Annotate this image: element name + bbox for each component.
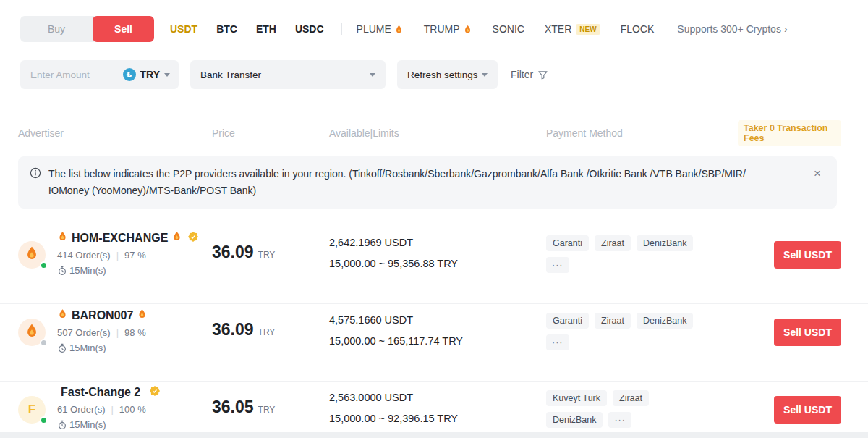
- tab-label: FLOCK: [621, 23, 655, 35]
- column-header-available-limits: Available|Limits: [329, 127, 546, 139]
- tab-plume[interactable]: PLUME: [357, 23, 404, 35]
- advertiser-cell: HOM-EXCHANGE 414 Order(s) | 97 %: [18, 227, 212, 276]
- supports-more-cryptos-link[interactable]: Supports 300+ Cryptos ›: [677, 23, 787, 35]
- payment-method-select[interactable]: Bank Transfer: [190, 60, 386, 89]
- fire-icon: [171, 231, 182, 245]
- offer-row: BARON007 507 Order(s) | 98 % 15Min(: [0, 304, 868, 382]
- fire-icon: [394, 25, 404, 34]
- payment-methods-cell: GarantiZiraatDenizBank···: [546, 227, 738, 273]
- tab-xter[interactable]: XTERNEW: [545, 23, 600, 35]
- sell-usdt-button[interactable]: Sell USDT: [774, 241, 841, 269]
- online-status-dot: [40, 339, 48, 347]
- filter-label: Filter: [511, 69, 533, 80]
- payment-method-value: Bank Transfer: [200, 70, 261, 80]
- fire-icon: [463, 25, 472, 34]
- tab-flock[interactable]: FLOCK: [621, 23, 655, 35]
- release-time-text: 15Min(s): [69, 419, 106, 430]
- advertiser-name-text: HOM-EXCHANGE: [72, 232, 168, 245]
- coin-tabs: USDTBTCETHUSDC: [170, 23, 324, 35]
- payment-methods-cell: GarantiZiraatDenizBank···: [546, 304, 738, 350]
- advertiser-avatar[interactable]: [18, 241, 46, 269]
- action-cell: Sell USDT: [738, 304, 841, 346]
- available-limits-cell: 4,575.1660 USDT 15,000.00 ~ 165,117.74 T…: [329, 304, 546, 347]
- region-providers-notice: The list below indicates the P2P provide…: [18, 156, 837, 209]
- refresh-settings-label: Refresh settings: [407, 70, 478, 80]
- advertiser-avatar[interactable]: [18, 319, 46, 346]
- chevron-down-icon: [370, 73, 375, 77]
- tab-btc[interactable]: BTC: [216, 23, 237, 35]
- payment-method-chip: Ziraat: [595, 313, 631, 329]
- tab-trump[interactable]: TRUMP: [424, 23, 472, 35]
- release-time-text: 15Min(s): [69, 265, 106, 276]
- price-currency: TRY: [258, 327, 276, 337]
- payment-method-chip: Garanti: [546, 313, 589, 329]
- new-badge: NEW: [576, 24, 600, 35]
- sell-tab[interactable]: Sell: [93, 16, 154, 42]
- tab-usdt[interactable]: USDT: [170, 23, 197, 35]
- payment-method-chip: Ziraat: [595, 235, 631, 251]
- tab-eth[interactable]: ETH: [256, 23, 276, 35]
- release-time-text: 15Min(s): [69, 342, 106, 353]
- advertiser-stats: 507 Order(s) | 98 %: [57, 327, 151, 338]
- fire-icon: [57, 231, 68, 245]
- avatar-graphic: F: [28, 403, 35, 417]
- fire-icon: [137, 308, 148, 319]
- fire-icon: [57, 308, 68, 319]
- order-count: 414 Order(s): [57, 250, 111, 261]
- fire-icon: [57, 308, 68, 322]
- price-cell: 36.09 TRY: [212, 304, 329, 340]
- action-cell: Sell USDT: [738, 227, 841, 269]
- sell-usdt-button[interactable]: Sell USDT: [774, 396, 841, 424]
- price-value: 36.09: [212, 243, 254, 262]
- table-header: Advertiser Price Available|Limits Paymen…: [0, 109, 868, 156]
- tab-divider: [341, 23, 342, 35]
- tab-label: PLUME: [357, 23, 391, 35]
- tab-label: XTER: [545, 23, 571, 35]
- tab-sonic[interactable]: SONIC: [493, 23, 524, 35]
- fire-icon: [24, 245, 40, 261]
- advertiser-name[interactable]: BARON007: [57, 308, 151, 322]
- payment-chips: Kuveyt TurkZiraatDenizBank···: [546, 390, 694, 428]
- available-limits-cell: 2,642.1969 USDT 15,000.00 ~ 95,356.88 TR…: [329, 227, 546, 269]
- chevron-right-icon: ›: [784, 23, 788, 35]
- payment-method-chip: DenizBank: [637, 313, 693, 329]
- tab-label: SONIC: [493, 23, 524, 35]
- close-icon[interactable]: ×: [811, 166, 824, 181]
- stats-divider: |: [116, 250, 119, 261]
- completion-rate: 100 %: [119, 404, 146, 415]
- more-payment-methods-chip[interactable]: ···: [546, 257, 569, 273]
- completion-rate: 98 %: [124, 327, 146, 338]
- tab-usdc[interactable]: USDC: [295, 23, 324, 35]
- payment-chips: GarantiZiraatDenizBank···: [546, 313, 694, 350]
- payment-method-chip: Kuveyt Turk: [546, 390, 607, 406]
- available-amount: 2,563.0000 USDT: [329, 392, 546, 403]
- more-payment-methods-chip[interactable]: ···: [546, 334, 569, 350]
- advertiser-name[interactable]: Fast-Change 2: [57, 386, 160, 399]
- fiat-selector[interactable]: ₺ TRY: [123, 68, 170, 81]
- top-bar: Buy Sell USDTBTCETHUSDC PLUME TRUMP SONI…: [0, 0, 868, 42]
- stopwatch-icon: [57, 420, 67, 430]
- limits-range: 15,000.00 ~ 165,117.74 TRY: [329, 335, 546, 347]
- filter-button[interactable]: Filter: [511, 69, 548, 80]
- advertiser-cell: F Fast-Change 2 61 Order(s) | 100 %: [18, 382, 212, 430]
- buy-sell-toggle: Buy Sell: [20, 16, 154, 42]
- order-count: 61 Order(s): [57, 404, 105, 415]
- advertiser-info: Fast-Change 2 61 Order(s) | 100 % 1: [57, 386, 160, 430]
- more-payment-methods-chip[interactable]: ···: [608, 412, 631, 428]
- order-count: 507 Order(s): [57, 327, 111, 338]
- refresh-settings-select[interactable]: Refresh settings: [397, 60, 498, 89]
- price-cell: 36.09 TRY: [212, 227, 329, 262]
- avatar-graphic: [24, 245, 40, 264]
- info-icon: [30, 167, 41, 179]
- buy-tab[interactable]: Buy: [20, 16, 93, 42]
- completion-rate: 97 %: [124, 250, 146, 261]
- verified-badge-icon: [148, 386, 160, 399]
- amount-input[interactable]: [30, 70, 100, 80]
- sell-usdt-button[interactable]: Sell USDT: [774, 319, 841, 346]
- action-cell: Sell USDT: [738, 382, 841, 424]
- advertiser-avatar[interactable]: F: [18, 396, 46, 424]
- column-header-price: Price: [212, 127, 329, 139]
- advertiser-name-text: Fast-Change 2: [61, 386, 140, 399]
- advertiser-name[interactable]: HOM-EXCHANGE: [57, 231, 198, 245]
- payment-method-chip: Garanti: [546, 235, 589, 251]
